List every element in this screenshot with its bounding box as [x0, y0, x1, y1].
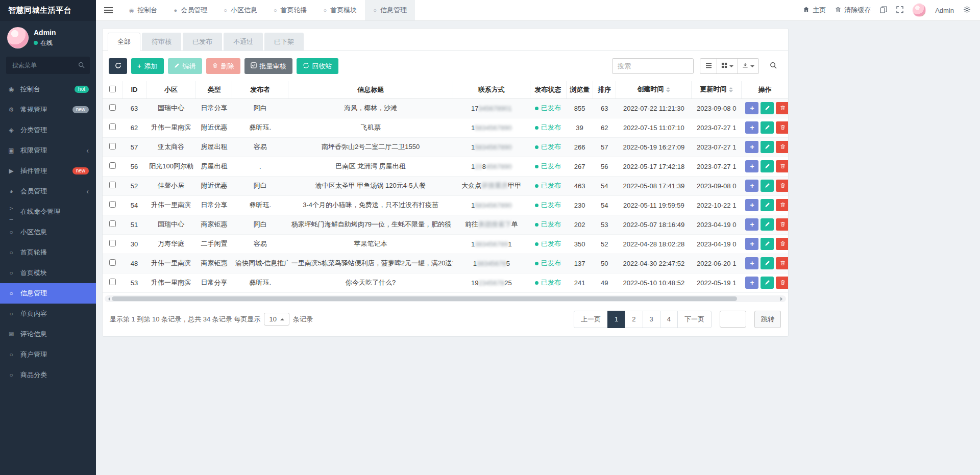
row-checkbox[interactable] [109, 123, 116, 130]
row-checkbox[interactable] [109, 279, 116, 285]
page-jump-button[interactable]: 跳转 [754, 311, 781, 328]
delete-row-button[interactable] [776, 238, 788, 250]
expand-row-button[interactable]: + [745, 180, 758, 192]
sidebar-item-banner[interactable]: ○首页轮播 [0, 242, 96, 263]
delete-row-button[interactable] [776, 160, 788, 172]
topnav-username[interactable]: Admin [935, 7, 954, 14]
expand-row-button[interactable]: + [745, 141, 758, 153]
edit-row-button[interactable] [761, 238, 774, 250]
batch-audit-button[interactable]: 批量审核 [244, 58, 292, 74]
user-avatar[interactable] [7, 27, 29, 48]
add-button[interactable]: + 添加 [131, 58, 164, 74]
sidebar-item-page[interactable]: ○单页内容 [0, 304, 96, 324]
delete-row-button[interactable] [776, 180, 788, 192]
filter-tab-rejected[interactable]: 不通过 [224, 33, 263, 51]
scrollbar-thumb[interactable] [112, 296, 737, 301]
settings-button[interactable] [963, 6, 971, 15]
topnav-tab-dashboard[interactable]: ◉控制台 [121, 0, 166, 20]
scroll-left-icon[interactable] [106, 297, 110, 301]
per-page-select[interactable]: 10 [264, 313, 289, 326]
edit-row-button[interactable] [761, 102, 774, 114]
page-jump-input[interactable] [720, 311, 746, 328]
topnav-tab-module[interactable]: ○首页模块 [315, 0, 365, 20]
topnav-tab-community[interactable]: ○小区信息 [215, 0, 265, 20]
expand-row-button[interactable]: + [745, 160, 758, 172]
sidebar-item-info[interactable]: ○信息管理 [0, 283, 96, 304]
page-next[interactable]: 下一页 [677, 311, 712, 328]
delete-row-button[interactable] [776, 277, 788, 289]
edit-row-button[interactable] [761, 180, 774, 192]
edit-row-button[interactable] [761, 277, 774, 289]
page-1[interactable]: 1 [607, 311, 625, 328]
columns-button[interactable] [717, 58, 738, 74]
expand-row-button[interactable]: + [745, 121, 758, 134]
home-link[interactable]: 主页 [803, 6, 826, 15]
row-checkbox[interactable] [109, 201, 116, 208]
topnav-avatar[interactable] [913, 4, 926, 17]
edit-button[interactable]: 编辑 [168, 58, 202, 74]
row-checkbox[interactable] [109, 259, 116, 266]
row-checkbox[interactable] [109, 143, 116, 149]
select-all-checkbox[interactable] [109, 86, 116, 92]
page-3[interactable]: 3 [643, 311, 660, 328]
expand-row-button[interactable]: + [745, 277, 758, 289]
page-4[interactable]: 4 [660, 311, 678, 328]
page-2[interactable]: 2 [625, 311, 643, 328]
sidebar-item-member[interactable]: ◕会员管理‹ [0, 181, 96, 202]
recycle-button[interactable]: 回收站 [297, 58, 338, 74]
edit-row-button[interactable] [761, 121, 774, 134]
topnav-tab-banner[interactable]: ○首页轮播 [265, 0, 315, 20]
edit-row-button[interactable] [761, 218, 774, 231]
topnav-tab-info[interactable]: ○信息管理 [365, 0, 415, 20]
scroll-right-icon[interactable] [780, 297, 785, 301]
filter-tab-all[interactable]: 全部 [108, 33, 140, 51]
export-button[interactable] [738, 58, 759, 74]
sidebar-item-category[interactable]: ◈分类管理 [0, 120, 96, 140]
delete-row-button[interactable] [776, 257, 788, 269]
sidebar-item-merchant[interactable]: ○商户管理 [0, 344, 96, 365]
delete-row-button[interactable] [776, 199, 788, 211]
delete-row-button[interactable] [776, 218, 788, 231]
sidebar-item-auth[interactable]: ▣权限管理‹ [0, 140, 96, 161]
sidebar-item-command[interactable]: ＞_在线命令管理 [0, 202, 96, 222]
page-prev[interactable]: 上一页 [574, 311, 608, 328]
delete-button[interactable]: 删除 [206, 58, 240, 74]
sidebar-item-module[interactable]: ○首页模块 [0, 263, 96, 283]
col-header-updated[interactable]: 更新时间 [692, 81, 742, 98]
language-button[interactable] [880, 6, 887, 15]
topnav-tab-member[interactable]: ●会员管理 [166, 0, 216, 20]
row-checkbox[interactable] [109, 104, 116, 111]
view-toggle-button[interactable] [700, 58, 717, 74]
row-checkbox[interactable] [109, 220, 116, 227]
col-header-created[interactable]: 创建时间 [616, 81, 692, 98]
sidebar-item-dashboard[interactable]: ◉控制台hot [0, 79, 96, 99]
filter-tab-pending[interactable]: 待审核 [142, 33, 181, 51]
expand-row-button[interactable]: + [745, 238, 758, 250]
fullscreen-button[interactable] [896, 6, 903, 15]
sidebar-item-general[interactable]: ⚙常规管理new [0, 99, 96, 120]
filter-tab-published[interactable]: 已发布 [183, 33, 222, 51]
expand-row-button[interactable]: + [745, 102, 758, 114]
delete-row-button[interactable] [776, 102, 788, 114]
edit-row-button[interactable] [761, 199, 774, 211]
table-search-input[interactable] [612, 58, 694, 74]
clear-cache-button[interactable]: 清除缓存 [835, 6, 871, 15]
filter-tab-offline[interactable]: 已下架 [264, 33, 304, 51]
sidebar-item-addon[interactable]: ▶插件管理new [0, 161, 96, 181]
delete-row-button[interactable] [776, 141, 788, 153]
edit-row-button[interactable] [761, 257, 774, 269]
menu-search-input[interactable] [6, 57, 90, 74]
expand-row-button[interactable]: + [745, 257, 758, 269]
expand-row-button[interactable]: + [745, 218, 758, 231]
sidebar-item-community[interactable]: ○小区信息 [0, 222, 96, 242]
expand-row-button[interactable]: + [745, 199, 758, 211]
sidebar-toggle-button[interactable] [96, 0, 121, 20]
horizontal-scrollbar[interactable] [105, 295, 786, 302]
edit-row-button[interactable] [761, 141, 774, 153]
search-toggle-button[interactable] [765, 58, 782, 74]
edit-row-button[interactable] [761, 160, 774, 172]
refresh-button[interactable] [109, 58, 127, 74]
row-checkbox[interactable] [109, 162, 116, 169]
row-checkbox[interactable] [109, 182, 116, 188]
delete-row-button[interactable] [776, 121, 788, 134]
